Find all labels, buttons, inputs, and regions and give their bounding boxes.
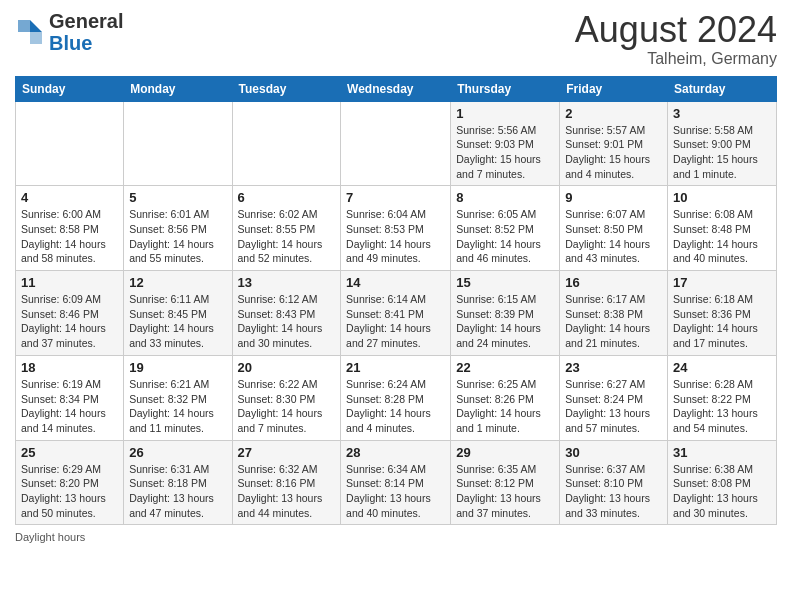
day-info: Sunrise: 6:22 AM Sunset: 8:30 PM Dayligh… — [238, 377, 336, 436]
week-row-5: 25Sunrise: 6:29 AM Sunset: 8:20 PM Dayli… — [16, 440, 777, 525]
day-info: Sunrise: 6:14 AM Sunset: 8:41 PM Dayligh… — [346, 292, 445, 351]
day-info: Sunrise: 6:25 AM Sunset: 8:26 PM Dayligh… — [456, 377, 554, 436]
day-info: Sunrise: 6:07 AM Sunset: 8:50 PM Dayligh… — [565, 207, 662, 266]
day-number: 24 — [673, 360, 771, 375]
day-cell — [341, 101, 451, 186]
day-number: 25 — [21, 445, 118, 460]
day-number: 15 — [456, 275, 554, 290]
day-info: Sunrise: 6:37 AM Sunset: 8:10 PM Dayligh… — [565, 462, 662, 521]
day-info: Sunrise: 6:31 AM Sunset: 8:18 PM Dayligh… — [129, 462, 226, 521]
header-cell-saturday: Saturday — [668, 76, 777, 101]
day-number: 1 — [456, 106, 554, 121]
day-number: 21 — [346, 360, 445, 375]
day-number: 14 — [346, 275, 445, 290]
day-info: Sunrise: 6:00 AM Sunset: 8:58 PM Dayligh… — [21, 207, 118, 266]
day-number: 9 — [565, 190, 662, 205]
day-info: Sunrise: 6:28 AM Sunset: 8:22 PM Dayligh… — [673, 377, 771, 436]
day-info: Sunrise: 6:08 AM Sunset: 8:48 PM Dayligh… — [673, 207, 771, 266]
day-cell: 31Sunrise: 6:38 AM Sunset: 8:08 PM Dayli… — [668, 440, 777, 525]
day-cell: 12Sunrise: 6:11 AM Sunset: 8:45 PM Dayli… — [124, 271, 232, 356]
day-number: 16 — [565, 275, 662, 290]
day-info: Sunrise: 6:21 AM Sunset: 8:32 PM Dayligh… — [129, 377, 226, 436]
day-cell: 7Sunrise: 6:04 AM Sunset: 8:53 PM Daylig… — [341, 186, 451, 271]
day-number: 23 — [565, 360, 662, 375]
day-cell — [232, 101, 341, 186]
day-number: 28 — [346, 445, 445, 460]
day-info: Sunrise: 6:02 AM Sunset: 8:55 PM Dayligh… — [238, 207, 336, 266]
day-number: 13 — [238, 275, 336, 290]
day-info: Sunrise: 6:01 AM Sunset: 8:56 PM Dayligh… — [129, 207, 226, 266]
day-cell: 6Sunrise: 6:02 AM Sunset: 8:55 PM Daylig… — [232, 186, 341, 271]
svg-marker-1 — [30, 32, 42, 44]
header-cell-tuesday: Tuesday — [232, 76, 341, 101]
header-cell-thursday: Thursday — [451, 76, 560, 101]
title-block: August 2024 Talheim, Germany — [575, 10, 777, 68]
logo-general: General — [49, 10, 123, 32]
day-cell: 22Sunrise: 6:25 AM Sunset: 8:26 PM Dayli… — [451, 355, 560, 440]
day-number: 19 — [129, 360, 226, 375]
week-row-3: 11Sunrise: 6:09 AM Sunset: 8:46 PM Dayli… — [16, 271, 777, 356]
day-info: Sunrise: 6:04 AM Sunset: 8:53 PM Dayligh… — [346, 207, 445, 266]
day-info: Sunrise: 6:17 AM Sunset: 8:38 PM Dayligh… — [565, 292, 662, 351]
day-cell: 9Sunrise: 6:07 AM Sunset: 8:50 PM Daylig… — [560, 186, 668, 271]
day-info: Sunrise: 6:29 AM Sunset: 8:20 PM Dayligh… — [21, 462, 118, 521]
day-number: 20 — [238, 360, 336, 375]
header-cell-monday: Monday — [124, 76, 232, 101]
day-number: 10 — [673, 190, 771, 205]
day-number: 3 — [673, 106, 771, 121]
svg-marker-0 — [30, 20, 42, 32]
week-row-2: 4Sunrise: 6:00 AM Sunset: 8:58 PM Daylig… — [16, 186, 777, 271]
location: Talheim, Germany — [575, 50, 777, 68]
calendar-table: SundayMondayTuesdayWednesdayThursdayFrid… — [15, 76, 777, 526]
day-info: Sunrise: 5:56 AM Sunset: 9:03 PM Dayligh… — [456, 123, 554, 182]
logo-text: General Blue — [49, 10, 123, 54]
day-cell: 13Sunrise: 6:12 AM Sunset: 8:43 PM Dayli… — [232, 271, 341, 356]
header-cell-friday: Friday — [560, 76, 668, 101]
day-cell: 1Sunrise: 5:56 AM Sunset: 9:03 PM Daylig… — [451, 101, 560, 186]
day-cell: 2Sunrise: 5:57 AM Sunset: 9:01 PM Daylig… — [560, 101, 668, 186]
day-info: Sunrise: 6:35 AM Sunset: 8:12 PM Dayligh… — [456, 462, 554, 521]
day-number: 18 — [21, 360, 118, 375]
day-number: 31 — [673, 445, 771, 460]
day-cell: 15Sunrise: 6:15 AM Sunset: 8:39 PM Dayli… — [451, 271, 560, 356]
day-cell: 19Sunrise: 6:21 AM Sunset: 8:32 PM Dayli… — [124, 355, 232, 440]
week-row-1: 1Sunrise: 5:56 AM Sunset: 9:03 PM Daylig… — [16, 101, 777, 186]
day-info: Sunrise: 5:58 AM Sunset: 9:00 PM Dayligh… — [673, 123, 771, 182]
day-cell: 23Sunrise: 6:27 AM Sunset: 8:24 PM Dayli… — [560, 355, 668, 440]
daylight-label: Daylight hours — [15, 531, 85, 543]
day-number: 4 — [21, 190, 118, 205]
day-info: Sunrise: 6:32 AM Sunset: 8:16 PM Dayligh… — [238, 462, 336, 521]
day-info: Sunrise: 6:12 AM Sunset: 8:43 PM Dayligh… — [238, 292, 336, 351]
day-number: 11 — [21, 275, 118, 290]
page-header: General Blue August 2024 Talheim, German… — [15, 10, 777, 68]
logo: General Blue — [15, 10, 123, 54]
day-info: Sunrise: 6:19 AM Sunset: 8:34 PM Dayligh… — [21, 377, 118, 436]
day-cell: 18Sunrise: 6:19 AM Sunset: 8:34 PM Dayli… — [16, 355, 124, 440]
day-cell: 27Sunrise: 6:32 AM Sunset: 8:16 PM Dayli… — [232, 440, 341, 525]
day-cell: 4Sunrise: 6:00 AM Sunset: 8:58 PM Daylig… — [16, 186, 124, 271]
day-info: Sunrise: 6:34 AM Sunset: 8:14 PM Dayligh… — [346, 462, 445, 521]
day-info: Sunrise: 5:57 AM Sunset: 9:01 PM Dayligh… — [565, 123, 662, 182]
footer: Daylight hours — [15, 531, 777, 543]
day-number: 8 — [456, 190, 554, 205]
day-cell: 20Sunrise: 6:22 AM Sunset: 8:30 PM Dayli… — [232, 355, 341, 440]
day-info: Sunrise: 6:11 AM Sunset: 8:45 PM Dayligh… — [129, 292, 226, 351]
day-number: 27 — [238, 445, 336, 460]
day-number: 12 — [129, 275, 226, 290]
day-cell: 5Sunrise: 6:01 AM Sunset: 8:56 PM Daylig… — [124, 186, 232, 271]
month-year: August 2024 — [575, 10, 777, 50]
day-number: 7 — [346, 190, 445, 205]
day-number: 17 — [673, 275, 771, 290]
day-info: Sunrise: 6:05 AM Sunset: 8:52 PM Dayligh… — [456, 207, 554, 266]
day-number: 26 — [129, 445, 226, 460]
day-info: Sunrise: 6:38 AM Sunset: 8:08 PM Dayligh… — [673, 462, 771, 521]
day-info: Sunrise: 6:09 AM Sunset: 8:46 PM Dayligh… — [21, 292, 118, 351]
day-number: 30 — [565, 445, 662, 460]
day-cell: 29Sunrise: 6:35 AM Sunset: 8:12 PM Dayli… — [451, 440, 560, 525]
day-cell: 3Sunrise: 5:58 AM Sunset: 9:00 PM Daylig… — [668, 101, 777, 186]
header-cell-wednesday: Wednesday — [341, 76, 451, 101]
day-cell: 16Sunrise: 6:17 AM Sunset: 8:38 PM Dayli… — [560, 271, 668, 356]
logo-blue: Blue — [49, 32, 92, 54]
day-cell: 26Sunrise: 6:31 AM Sunset: 8:18 PM Dayli… — [124, 440, 232, 525]
day-cell — [124, 101, 232, 186]
